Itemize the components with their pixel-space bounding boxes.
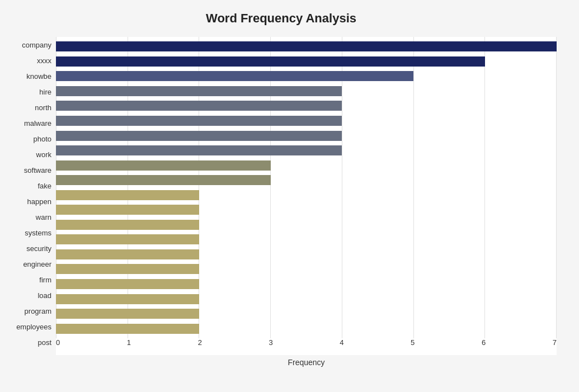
y-label: software xyxy=(24,163,51,177)
x-tick-label: 2 xyxy=(198,338,202,347)
bar xyxy=(56,324,199,334)
x-tick-label: 7 xyxy=(553,338,557,347)
y-label: program xyxy=(25,304,51,318)
bar xyxy=(56,264,199,274)
y-label: hire xyxy=(39,84,51,99)
bar-row xyxy=(56,70,557,82)
y-label: fake xyxy=(37,178,51,193)
y-label: systems xyxy=(25,225,51,240)
bar-row xyxy=(56,189,557,201)
bar xyxy=(56,131,342,141)
chart-area: companyxxxxknowbehirenorthmalwarephotowo… xyxy=(6,37,557,367)
bar-row xyxy=(56,219,557,231)
y-axis-labels: companyxxxxknowbehirenorthmalwarephotowo… xyxy=(6,37,56,367)
y-label: xxxx xyxy=(37,53,51,68)
bar xyxy=(56,175,271,185)
bar xyxy=(56,279,199,289)
bar xyxy=(56,56,485,67)
y-label: warn xyxy=(36,210,51,224)
y-label: knowbe xyxy=(26,69,51,83)
y-label: post xyxy=(37,335,51,350)
bar xyxy=(56,205,199,215)
y-label: company xyxy=(22,37,51,52)
bar xyxy=(56,145,342,155)
bar-row xyxy=(56,85,557,97)
x-tick-label: 3 xyxy=(269,338,272,347)
y-label: north xyxy=(35,100,51,115)
bar-row xyxy=(56,323,557,335)
bar xyxy=(56,249,199,259)
bar-row xyxy=(56,248,557,261)
bar xyxy=(56,190,199,200)
x-tick-label: 5 xyxy=(411,338,415,347)
x-tick-label: 1 xyxy=(127,338,131,347)
bar-row xyxy=(56,115,557,127)
bar-row xyxy=(56,40,557,53)
y-label: employees xyxy=(16,319,51,334)
bar-row xyxy=(56,308,557,320)
bar-row xyxy=(56,278,557,290)
bars-and-grid: 01234567 Frequency xyxy=(56,37,557,367)
y-label: engineer xyxy=(23,257,51,271)
y-label: work xyxy=(36,147,51,162)
bar xyxy=(56,220,199,230)
y-label: load xyxy=(37,288,51,303)
bar-row xyxy=(56,263,557,275)
bar xyxy=(56,41,557,51)
x-tick-label: 6 xyxy=(482,338,486,347)
y-label: photo xyxy=(33,131,51,146)
y-label: security xyxy=(26,241,51,256)
y-label: malware xyxy=(24,116,51,130)
bar-row xyxy=(56,55,557,68)
bar xyxy=(56,116,342,126)
bar-row xyxy=(56,204,557,216)
chart-title: Word Frequency Analysis xyxy=(6,11,557,26)
bar xyxy=(56,234,199,244)
y-label: happen xyxy=(27,194,51,209)
bar xyxy=(56,101,342,111)
y-label: firm xyxy=(39,272,51,287)
bar-row xyxy=(56,293,557,305)
x-tick-label: 4 xyxy=(340,338,343,347)
bar-row xyxy=(56,144,557,157)
bar xyxy=(56,309,199,319)
bar-row xyxy=(56,233,557,245)
bar xyxy=(56,86,342,96)
bar-row xyxy=(56,174,557,186)
bar-row xyxy=(56,130,557,142)
grid-and-bars: 01234567 xyxy=(56,37,557,355)
bar-row xyxy=(56,100,557,112)
x-tick-label: 0 xyxy=(56,338,60,347)
bar xyxy=(56,71,413,81)
x-axis-labels: 01234567 xyxy=(56,338,557,355)
bar xyxy=(56,160,271,171)
bars-wrapper xyxy=(56,37,557,338)
chart-container: Word Frequency Analysis companyxxxxknowb… xyxy=(0,0,579,392)
bar xyxy=(56,294,199,304)
x-axis-title: Frequency xyxy=(56,358,557,367)
bar-row xyxy=(56,159,557,172)
